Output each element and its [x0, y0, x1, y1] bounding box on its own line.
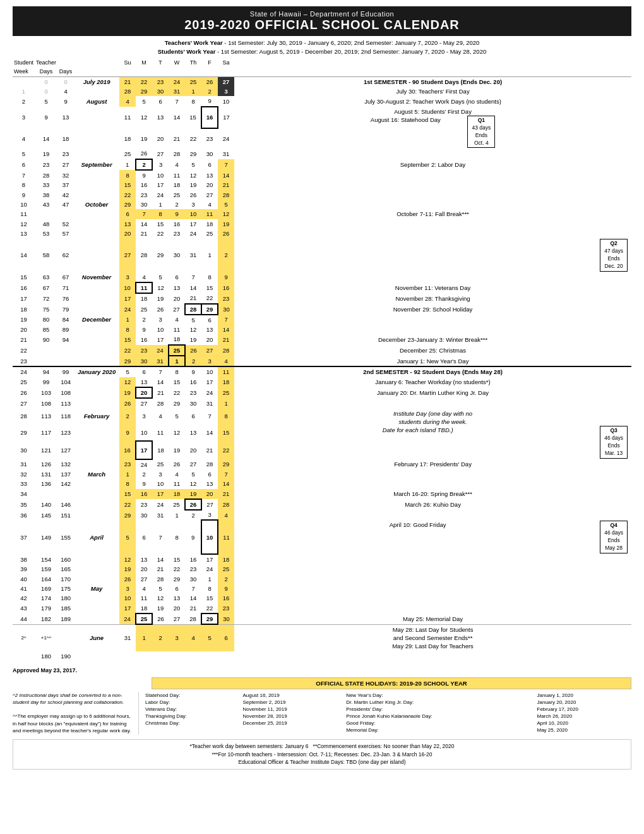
w-header: W	[169, 58, 185, 68]
table-row: Veterans Day: November 11, 2019 Presiden…	[143, 706, 631, 713]
table-row: 31 126 132 23 24 25 26 27 28 29 February…	[13, 459, 631, 469]
table-row: 7 28 32 8 9 10 11 12 13 14	[13, 170, 631, 180]
w-label	[169, 67, 185, 76]
table-row: 17 72 76 17 18 19 20 21 22 23 November 2…	[13, 293, 631, 303]
table-row: 9 38 42 22 23 24 25 26 27 28	[13, 190, 631, 200]
table-row: 3 9 13 11 12 13 14 15 16 17 August 5: St…	[13, 107, 631, 128]
t-label	[152, 67, 169, 76]
page: State of Hawaii – Department of Educatio…	[0, 0, 644, 776]
instructional-note: ^2 Instructional days shall be converted…	[13, 692, 139, 734]
table-row: 0 0 July 2019 21 22 23 24 25 26 27 1st S…	[13, 76, 631, 87]
table-row: 44 182 189 24 25 26 27 28 29 30 May 25: …	[13, 613, 631, 624]
table-row: 32 131 137 March 1 2 3 4 5 6 7	[13, 469, 631, 479]
table-row: 6 23 27 September 1 2 3 4 5 6 7 Septembe…	[13, 159, 631, 170]
notes-header	[234, 58, 631, 68]
student-days-header: Teacher	[35, 58, 57, 68]
table-row: 23 29 30 31 1 2 3 4 January 1: New Year'…	[13, 356, 631, 366]
holidays-table-container: Statehood Day: August 16, 2019 New Year'…	[139, 692, 631, 734]
table-row: 39 159 165 19 20 21 22 23 24 25	[13, 564, 631, 574]
student-label: Days	[35, 67, 57, 76]
bottom-section: Approved May 23, 2017. OFFICIAL STATE HO…	[13, 667, 631, 770]
teacher-days-header	[57, 58, 74, 68]
table-row: 15 63 67 November 3 4 5 6 7 8 9	[13, 272, 631, 282]
table-row: 36 145 151 29 30 31 1 2 3 4	[13, 510, 631, 520]
holidays-section: OFFICIAL STATE HOLIDAYS: 2019-20 SCHOOL …	[152, 677, 631, 689]
table-row: 26 103 108 19 20 21 22 23 24 25 January …	[13, 387, 631, 398]
subtitle: State of Hawaii – Department of Educatio…	[19, 10, 625, 18]
table-row: 34 15 16 17 18 19 20 21 March 16-20: Spr…	[13, 489, 631, 499]
bottom-left-placeholder	[13, 677, 152, 689]
holidays-header: OFFICIAL STATE HOLIDAYS: 2019-20 SCHOOL …	[152, 677, 631, 689]
col-header-row2: Week Days Days	[13, 67, 631, 76]
footnote-2: ***For 10-month teachers - Intersession:…	[16, 751, 628, 759]
table-row: Labor Day: September 2, 2019 Dr. Martin …	[143, 699, 631, 706]
holidays-table: Statehood Day: August 16, 2019 New Year'…	[143, 692, 631, 734]
title: 2019-2020 OFFICIAL SCHOOL CALENDAR	[19, 18, 625, 32]
table-row: 22 22 23 24 25 26 27 28 December 25: Chr…	[13, 345, 631, 356]
table-row: 5 19 23 25 26 27 28 29 30 31	[13, 148, 631, 159]
sa-label	[218, 67, 234, 76]
table-row: 12 48 52 13 14 15 16 17 18 19	[13, 219, 631, 229]
f-header: F	[201, 58, 218, 68]
table-row: 28 113 118 February 2 3 4 5 6 7 8 Instit…	[13, 409, 631, 425]
work-year-info: Teachers' Work Year - 1st Semester: July…	[13, 36, 631, 58]
m-label	[136, 67, 152, 76]
su-header: Su	[119, 58, 136, 68]
col-header-row: Student Teacher Su M T W Th F Sa	[13, 58, 631, 68]
table-row: 16 67 71 10 11 12 13 14 15 16 November 1…	[13, 282, 631, 293]
table-row: 38 154 160 12 13 14 15 16 17 18	[13, 554, 631, 564]
teacher-label: Days	[57, 67, 74, 76]
week-header: Student	[13, 58, 35, 68]
students-work-year-detail: - 1st Semester: August 5, 2019 - Decembe…	[217, 48, 486, 55]
table-row: 27 108 113 26 27 28 29 30 31 1	[13, 398, 631, 408]
t-header: T	[152, 58, 169, 68]
su-label	[119, 67, 136, 76]
table-row: Thanksgiving Day: November 28, 2019 Prin…	[143, 713, 631, 720]
th-header: Th	[185, 58, 201, 68]
table-row: 14 58 62 27 28 29 30 31 1 2 Q2 47 days E…	[13, 238, 631, 272]
footnotes: *Teacher work day between semesters: Jan…	[13, 739, 631, 770]
table-row: 25 99 104 12 13 14 15 16 17 18 January 6…	[13, 377, 631, 387]
table-row: 13 53 57 20 21 22 23 24 25 26	[13, 229, 631, 238]
table-row: 33 136 142 8 9 10 11 12 13 14	[13, 479, 631, 488]
table-row: Statehood Day: August 16, 2019 New Year'…	[143, 692, 631, 699]
header: State of Hawaii – Department of Educatio…	[13, 6, 631, 36]
table-row: 1 0 4 28 29 30 31 1 2 3 July 30: Teacher…	[13, 87, 631, 96]
table-row: 180 190	[13, 651, 631, 661]
th-label	[185, 67, 201, 76]
teachers-work-year-detail: - 1st Semester: July 30, 2019 - January …	[224, 39, 479, 46]
table-row: 8 33 37 15 16 17 18 19 20 21	[13, 180, 631, 190]
table-row: 42 174 180 10 11 12 13 14 15 16	[13, 593, 631, 603]
notes-label	[234, 67, 631, 76]
students-work-year-label: Students' Work Year	[158, 48, 216, 55]
table-row: 19 80 84 December 1 2 3 4 5 6 7	[13, 315, 631, 325]
table-row: 10 43 47 October 29 30 1 2 3 4 5	[13, 200, 631, 209]
table-row: 24 94 99 January 2020 5 6 7 8 9 10 11 2n…	[13, 366, 631, 377]
table-row: Memorial Day: May 25, 2020	[143, 727, 631, 734]
table-row: Christmas Day: December 25, 2019 Good Fr…	[143, 720, 631, 727]
footnote-3: Educational Officer & Teacher Institute …	[16, 758, 628, 766]
approved-text: Approved May 23, 2017.	[13, 667, 631, 674]
table-row: 43 179 185 17 18 19 20 21 22 23	[13, 603, 631, 613]
month-label	[74, 67, 119, 76]
calendar-table: Student Teacher Su M T W Th F Sa Week Da…	[13, 58, 631, 661]
table-row: 2^ +1^^ June 31 1 2 3 4 5 6 May 28: Last…	[13, 624, 631, 651]
sa-header: Sa	[218, 58, 234, 68]
f-label	[201, 67, 218, 76]
bottom-grid: ^2 Instructional days shall be converted…	[13, 692, 631, 734]
week-label: Week	[13, 67, 35, 76]
table-row: 35 140 146 22 23 24 25 26 27 28 March 26…	[13, 499, 631, 510]
table-row: 41 169 175 May 3 4 5 6 7 8 9	[13, 584, 631, 593]
month-header	[74, 58, 119, 68]
teachers-work-year-label: Teachers' Work Year	[165, 39, 223, 46]
m-header: M	[136, 58, 152, 68]
table-row: 20 85 89 8 9 10 11 12 13 14	[13, 325, 631, 334]
footnote-1: *Teacher work day between semesters: Jan…	[16, 742, 628, 751]
table-row: 18 75 79 24 25 26 27 28 29 30 November 2…	[13, 304, 631, 315]
table-row: 2 5 9 August 4 5 6 7 8 9 10 July 30-Augu…	[13, 96, 631, 106]
table-row: 11 6 7 8 9 10 11 12 October 7-11: Fall B…	[13, 209, 631, 219]
table-row: 37 149 155 April 5 6 7 8 9 10 11 April 1…	[13, 520, 631, 554]
table-row: 40 164 170 26 27 28 29 30 1 2	[13, 574, 631, 584]
table-row: 21 90 94 15 16 17 18 19 20 21 December 2…	[13, 334, 631, 344]
